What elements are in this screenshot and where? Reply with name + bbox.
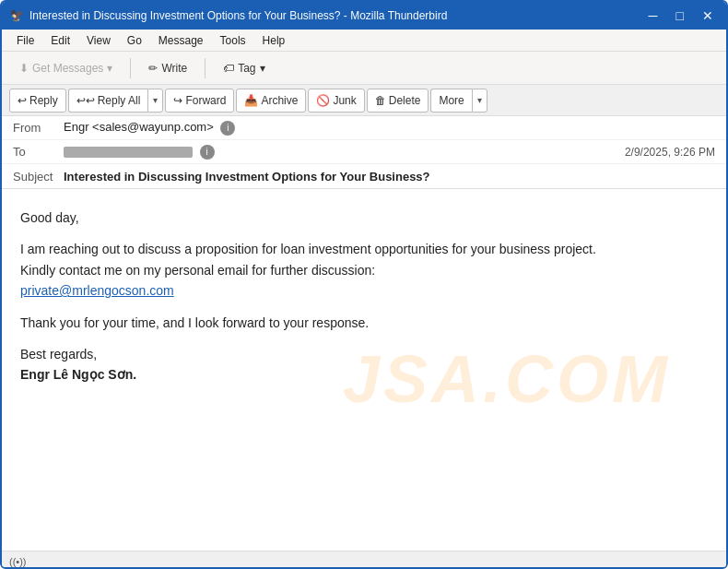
more-dropdown-button[interactable]: ▾ [472,89,487,113]
subject-row: Subject Interested in Discussing Investm… [2,164,726,188]
to-row: To i 2/9/2025, 9:26 PM [2,140,726,164]
email-closing: Best regards, Engr Lê Ngọc Sơn. [20,344,708,385]
tag-dropdown-icon: ▾ [260,62,265,75]
status-bar: ((•)) [2,551,726,569]
to-label: To [13,145,64,159]
from-label: From [13,121,64,135]
reply-label: Reply [29,94,58,107]
menu-view[interactable]: View [79,32,118,49]
junk-icon: 🚫 [316,94,330,107]
forward-label: Forward [185,94,226,107]
get-messages-button[interactable]: ⬇ Get Messages ▾ [9,57,123,79]
from-row: From Engr <sales@wayunp.com> i [2,116,726,140]
reply-all-button[interactable]: ↩↩ Reply All [68,89,148,113]
window-title: Interested in Discussing Investment Opti… [29,9,643,22]
contact-email-link[interactable]: private@mrlengocson.com [20,283,174,298]
from-value: Engr <sales@wayunp.com> i [64,120,715,136]
get-messages-dropdown-icon: ▾ [107,62,112,75]
to-info-icon[interactable]: i [200,145,215,160]
write-icon: ✏ [148,62,158,75]
email-p1-text: I am reaching out to discuss a propositi… [20,242,596,256]
forward-button[interactable]: ↪ Forward [165,89,234,113]
delete-button[interactable]: 🗑 Delete [367,89,429,113]
more-group: More ▾ [430,89,487,113]
tag-label: Tag [238,62,255,75]
reply-all-icon: ↩↩ [76,94,95,107]
signal-indicator: ((•)) [9,556,27,567]
junk-label: Junk [333,94,356,107]
email-signature: Engr Lê Ngọc Sơn. [20,367,136,382]
delete-icon: 🗑 [375,94,386,107]
action-bar: ↩ Reply ↩↩ Reply All ▾ ↪ Forward 📥 Archi… [2,85,726,116]
main-window: 🦅 Interested in Discussing Investment Op… [2,2,726,569]
maximize-button[interactable]: □ [671,7,689,24]
tag-button[interactable]: 🏷 Tag ▾ [213,57,275,79]
forward-icon: ↪ [173,94,182,107]
to-address-redacted [64,147,193,158]
delete-label: Delete [389,94,421,107]
menu-help[interactable]: Help [255,32,293,49]
reply-icon: ↩ [18,94,27,107]
menu-go[interactable]: Go [120,32,149,49]
window-controls: ─ □ ✕ [643,7,719,24]
from-address: Engr <sales@wayunp.com> [64,120,214,134]
subject-value: Interested in Discussing Investment Opti… [64,170,715,184]
write-button[interactable]: ✏ Write [138,57,197,79]
subject-label: Subject [13,170,64,184]
close-button[interactable]: ✕ [697,7,719,24]
email-closing-text: Best regards, [20,347,97,362]
reply-button[interactable]: ↩ Reply [9,89,66,113]
reply-all-chevron-icon: ▾ [153,95,158,105]
to-value: i [64,144,625,160]
toolbar-separator-2 [205,58,205,78]
from-info-icon[interactable]: i [220,121,235,136]
get-messages-icon: ⬇ [19,62,29,75]
app-icon: 🦅 [9,8,24,23]
menu-edit[interactable]: Edit [43,32,77,49]
reply-all-label: Reply All [98,94,141,107]
archive-button[interactable]: 📥 Archive [236,89,306,113]
email-headers: From Engr <sales@wayunp.com> i To i 2/9/… [2,116,726,189]
email-body: JSA.COM Good day, I am reaching out to d… [2,189,726,569]
menu-tools[interactable]: Tools [213,32,253,49]
email-paragraph-1: I am reaching out to discuss a propositi… [20,239,708,301]
more-chevron-icon: ▾ [477,95,482,105]
archive-icon: 📥 [244,94,258,107]
main-toolbar: ⬇ Get Messages ▾ ✏ Write 🏷 Tag ▾ [2,52,726,85]
get-messages-label: Get Messages [32,62,103,75]
toolbar-separator-1 [130,58,131,78]
email-paragraph-3: Thank you for your time, and I look forw… [20,313,708,333]
write-label: Write [161,62,187,75]
title-bar: 🦅 Interested in Discussing Investment Op… [2,2,726,30]
reply-all-group: ↩↩ Reply All ▾ [68,89,164,113]
reply-all-dropdown-button[interactable]: ▾ [147,89,163,113]
archive-label: Archive [261,94,298,107]
more-button[interactable]: More [430,89,471,113]
email-greeting: Good day, [20,207,708,228]
menu-file[interactable]: File [9,32,41,49]
junk-button[interactable]: 🚫 Junk [308,89,364,113]
minimize-button[interactable]: ─ [643,7,663,24]
menu-bar: File Edit View Go Message Tools Help [2,30,726,52]
tag-icon: 🏷 [223,62,234,75]
more-label: More [439,94,464,107]
email-p2-text: Kindly contact me on my personal email f… [20,263,375,278]
menu-message[interactable]: Message [151,32,211,49]
email-date: 2/9/2025, 9:26 PM [625,146,715,159]
